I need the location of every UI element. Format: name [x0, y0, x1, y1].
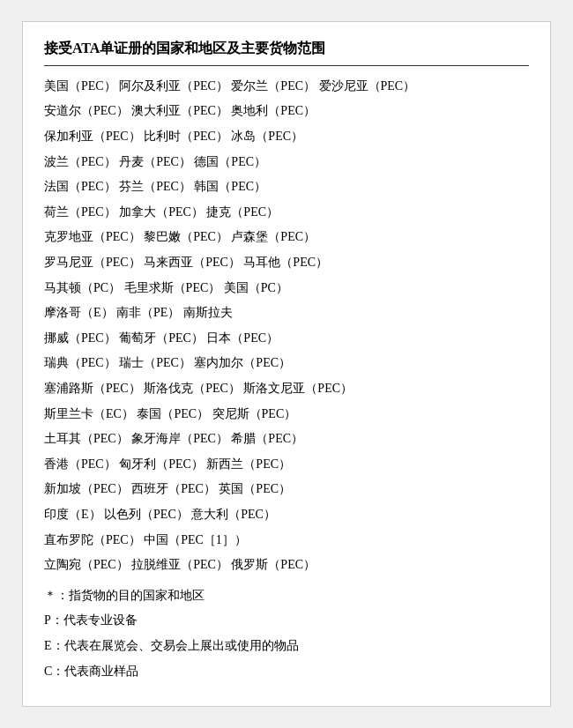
content-row: 荷兰（PEC） 加拿大（PEC） 捷克（PEC） [44, 201, 529, 225]
content-row: 香港（PEC） 匈牙利（PEC） 新西兰（PEC） [44, 453, 529, 477]
content-row: 法国（PEC） 芬兰（PEC） 韩国（PEC） [44, 175, 529, 199]
content-row: 安道尔（PEC） 澳大利亚（PEC） 奥地利（PEC） [44, 100, 529, 123]
legend-container: ＊：指货物的目的国家和地区P：代表专业设备E：代表在展览会、交易会上展出或使用的… [44, 584, 529, 683]
content-row: 瑞典（PEC） 瑞士（PEC） 塞内加尔（PEC） [44, 352, 529, 375]
content-row: 直布罗陀（PEC） 中国（PEC［1］） [44, 529, 529, 553]
content-area: 美国（PEC） 阿尔及利亚（PEC） 爱尔兰（PEC） 爱沙尼亚（PEC）安道尔… [44, 75, 529, 683]
rows-container: 美国（PEC） 阿尔及利亚（PEC） 爱尔兰（PEC） 爱沙尼亚（PEC）安道尔… [44, 75, 529, 577]
content-row: 印度（E） 以色列（PEC） 意大利（PEC） [44, 503, 529, 527]
content-row: 摩洛哥（E） 南非（PE） 南斯拉夫 [44, 301, 529, 325]
main-card: 接受ATA单证册的国家和地区及主要货物范围 美国（PEC） 阿尔及利亚（PEC）… [22, 21, 551, 707]
divider [44, 65, 529, 66]
content-row: 立陶宛（PEC） 拉脱维亚（PEC） 俄罗斯（PEC） [44, 553, 529, 577]
content-row: 罗马尼亚（PEC） 马来西亚（PEC） 马耳他（PEC） [44, 251, 529, 275]
content-row: 新加坡（PEC） 西班牙（PEC） 英国（PEC） [44, 478, 529, 501]
content-row: 波兰（PEC） 丹麦（PEC） 德国（PEC） [44, 151, 529, 175]
legend-item: C：代表商业样品 [44, 660, 529, 684]
content-row: 土耳其（PEC） 象牙海岸（PEC） 希腊（PEC） [44, 427, 529, 451]
content-row: 挪威（PEC） 葡萄牙（PEC） 日本（PEC） [44, 327, 529, 351]
content-row: 斯里兰卡（EC） 泰国（PEC） 突尼斯（PEC） [44, 403, 529, 427]
content-row: 克罗地亚（PEC） 黎巴嫩（PEC） 卢森堡（PEC） [44, 226, 529, 249]
legend-item: E：代表在展览会、交易会上展出或使用的物品 [44, 635, 529, 658]
content-row: 保加利亚（PEC） 比利时（PEC） 冰岛（PEC） [44, 125, 529, 149]
card-title: 接受ATA单证册的国家和地区及主要货物范围 [44, 40, 529, 58]
legend-item: ＊：指货物的目的国家和地区 [44, 584, 529, 608]
content-row: 塞浦路斯（PEC） 斯洛伐克（PEC） 斯洛文尼亚（PEC） [44, 377, 529, 401]
legend-item: P：代表专业设备 [44, 609, 529, 633]
content-row: 美国（PEC） 阿尔及利亚（PEC） 爱尔兰（PEC） 爱沙尼亚（PEC） [44, 75, 529, 99]
content-row: 马其顿（PC） 毛里求斯（PEC） 美国（PC） [44, 277, 529, 301]
